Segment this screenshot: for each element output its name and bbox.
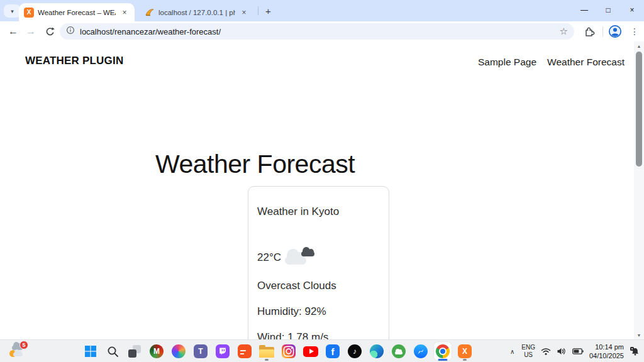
weather-widget-button[interactable]: 5 — [8, 341, 29, 361]
wifi-icon — [541, 347, 551, 356]
taskbar-apps: M T — [82, 342, 474, 361]
scroll-up-button[interactable]: ▲ — [634, 41, 644, 50]
window-controls: — □ × — [572, 0, 644, 20]
language-switcher[interactable]: ENG US — [521, 344, 535, 359]
restore-button[interactable]: □ — [596, 0, 620, 20]
orange-app-icon — [238, 344, 252, 358]
language-code: ENG — [521, 344, 535, 351]
chevron-down-icon: ▾ — [11, 8, 14, 14]
page-scrollbar[interactable]: ▲ ▼ — [634, 41, 644, 339]
instagram-icon — [282, 344, 296, 358]
cloud-app-button[interactable] — [390, 342, 408, 361]
address-bar[interactable]: localhost/renancezar/weather-forecast/ ☆ — [60, 23, 574, 40]
toolbar-separator — [602, 26, 603, 36]
tab-search-button[interactable]: ▾ — [4, 4, 21, 18]
wind-text: Wind: 1.78 m/s — [257, 331, 380, 339]
notification-bell-button[interactable] — [630, 346, 640, 356]
weather-card-title: Weather in Kyoto — [257, 205, 380, 219]
facebook-icon: f — [326, 344, 340, 358]
browser-toolbar: ← → localhost/renancezar/weather-forecas… — [0, 21, 644, 41]
overcast-clouds-icon — [285, 246, 316, 267]
site-title[interactable]: WEATHER PLUGIN — [25, 55, 123, 67]
start-button[interactable] — [82, 342, 99, 361]
open-indicator — [265, 359, 269, 361]
notification-count-badge: 5 — [19, 341, 28, 349]
cloud-icon — [13, 353, 23, 356]
url-text: localhost/renancezar/weather-forecast/ — [80, 27, 560, 36]
screen: ▾ X Weather Forecast – WEATHER P × local… — [0, 0, 644, 362]
temperature-value: 22°C — [257, 251, 281, 265]
twitch-icon — [216, 344, 230, 358]
language-region: US — [524, 351, 533, 358]
edge-icon — [370, 344, 384, 358]
minimize-button[interactable]: — — [572, 0, 596, 20]
phpmyadmin-favicon-icon — [145, 8, 155, 18]
new-tab-button[interactable]: + — [262, 5, 274, 17]
xampp-button[interactable]: X — [456, 342, 474, 361]
extensions-button[interactable] — [584, 25, 597, 38]
dark-cloud-shape — [301, 251, 314, 256]
orange-app-button[interactable] — [236, 342, 253, 361]
teams-button[interactable]: T — [192, 342, 209, 361]
chrome-icon — [436, 344, 450, 358]
tab-separator — [258, 6, 258, 15]
open-indicator — [463, 359, 467, 361]
volume-button[interactable] — [557, 347, 567, 356]
profile-button[interactable] — [608, 25, 622, 38]
messenger-button[interactable] — [412, 342, 430, 361]
file-explorer-button[interactable] — [258, 342, 275, 361]
scrollbar-thumb[interactable] — [636, 52, 642, 167]
battery-icon — [572, 348, 584, 355]
nav-link-sample-page[interactable]: Sample Page — [478, 57, 536, 68]
tab-weather-forecast[interactable]: X Weather Forecast – WEATHER P × — [19, 3, 135, 21]
facebook-button[interactable]: f — [324, 342, 341, 361]
youtube-icon — [303, 346, 318, 357]
profile-avatar-icon — [608, 25, 622, 38]
chrome-button[interactable] — [434, 342, 452, 361]
taskbar: 5 M T — [0, 339, 644, 362]
tab-title: localhost / 127.0.0.1 | phpMyAd — [158, 9, 235, 16]
clock[interactable]: 10:14 pm 04/10/2025 — [589, 343, 624, 361]
forward-button[interactable]: → — [23, 23, 39, 40]
task-view-icon — [128, 345, 141, 358]
back-button[interactable]: ← — [5, 23, 21, 40]
copilot-button[interactable] — [170, 342, 187, 361]
time-text: 10:14 pm — [595, 343, 624, 351]
task-view-button[interactable] — [126, 342, 143, 361]
battery-button[interactable] — [572, 348, 584, 355]
twitch-button[interactable] — [214, 342, 231, 361]
youtube-button[interactable] — [302, 342, 319, 361]
close-button[interactable]: × — [620, 0, 644, 20]
wifi-button[interactable] — [541, 347, 551, 356]
search-button[interactable] — [104, 342, 121, 361]
nav-link-weather-forecast[interactable]: Weather Forecast — [547, 57, 625, 68]
system-tray: ∧ ENG US 10:14 pm 04/10/2025 — [509, 340, 640, 362]
edge-button[interactable] — [368, 342, 386, 361]
puzzle-icon — [584, 25, 596, 37]
browser-menu-button[interactable]: ⋮ — [628, 24, 641, 39]
humidity-text: Humidity: 92% — [257, 305, 380, 319]
scroll-down-button[interactable]: ▼ — [634, 331, 644, 339]
tiktok-button[interactable]: ♪ — [346, 342, 364, 361]
date-text: 04/10/2025 — [589, 352, 624, 359]
bookmark-star-button[interactable]: ☆ — [560, 26, 568, 37]
m-app-button[interactable]: M — [148, 342, 165, 361]
m-app-icon: M — [150, 344, 164, 358]
weather-card: Weather in Kyoto 22°C Overcast Clouds Hu… — [248, 186, 389, 339]
windows-logo-icon — [84, 345, 97, 358]
site-info-icon[interactable] — [66, 26, 75, 37]
teams-icon: T — [194, 344, 208, 358]
tab-close-button[interactable]: × — [239, 8, 249, 18]
tab-phpmyadmin[interactable]: localhost / 127.0.0.1 | phpMyAd × — [140, 3, 254, 21]
tab-close-button[interactable]: × — [119, 8, 130, 18]
tab-title: Weather Forecast – WEATHER P — [38, 9, 116, 16]
site-navigation: Sample Page Weather Forecast — [478, 57, 625, 68]
tray-overflow-button[interactable]: ∧ — [509, 348, 516, 355]
cloud-app-icon — [392, 344, 406, 358]
temperature-row: 22°C — [257, 243, 380, 265]
instagram-button[interactable] — [280, 342, 297, 361]
reload-button[interactable] — [42, 23, 58, 40]
xampp-favicon-icon: X — [24, 8, 34, 18]
active-indicator — [438, 359, 448, 361]
file-explorer-icon — [259, 347, 274, 358]
